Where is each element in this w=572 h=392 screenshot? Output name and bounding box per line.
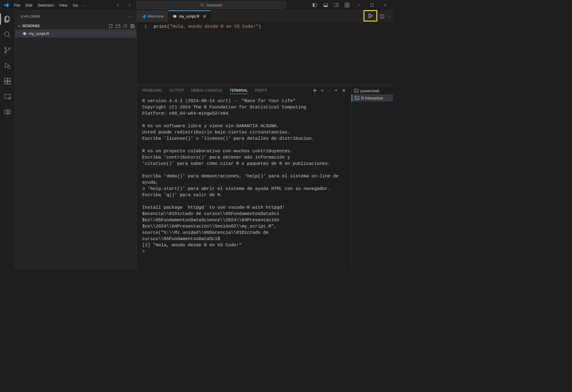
- refresh-icon[interactable]: [123, 24, 128, 28]
- panel-tab-terminal[interactable]: TERMINAL: [230, 87, 248, 94]
- window-minimize[interactable]: [354, 1, 364, 9]
- svg-rect-29: [131, 24, 134, 27]
- layout-sidebar-left-icon[interactable]: [311, 1, 319, 9]
- menu-selection[interactable]: Selection: [35, 2, 56, 9]
- window-maximize[interactable]: [367, 1, 378, 9]
- terminal-item-label: R Interactive: [361, 96, 383, 100]
- play-icon: [368, 13, 373, 19]
- terminal-dropdown-icon[interactable]: [321, 89, 324, 92]
- play-bug-icon: [4, 62, 11, 70]
- svg-rect-10: [345, 5, 347, 7]
- panel: PROBLEMS OUTPUT DEBUG CONSOLE TERMINAL P…: [137, 85, 393, 269]
- folder-header[interactable]: SESIÓN02: [15, 22, 137, 30]
- svg-point-0: [201, 4, 203, 6]
- editor-tabs: Welcome my_script.R ···: [137, 10, 393, 22]
- customize-layout-icon[interactable]: [343, 1, 351, 9]
- window-close[interactable]: [380, 1, 391, 9]
- svg-rect-5: [324, 5, 328, 7]
- svg-rect-22: [4, 78, 7, 81]
- activity-run-debug[interactable]: [0, 59, 15, 73]
- terminal-icon: [354, 88, 359, 93]
- svg-rect-25: [8, 78, 10, 81]
- svg-rect-9: [347, 3, 349, 5]
- explorer-sidebar: EXPLORER ··· SESIÓN02 my_script.R: [15, 10, 137, 269]
- layout-panel-icon[interactable]: [321, 1, 330, 9]
- new-terminal-icon[interactable]: [312, 88, 317, 93]
- new-folder-icon[interactable]: [116, 24, 120, 28]
- activity-search[interactable]: [0, 28, 15, 41]
- file-item-my-script[interactable]: my_script.R: [15, 30, 137, 38]
- svg-rect-26: [4, 94, 10, 98]
- menu-file[interactable]: File: [11, 2, 23, 9]
- split-editor-icon[interactable]: [380, 14, 384, 19]
- r-file-icon: [22, 31, 27, 36]
- panel-more-icon[interactable]: ···: [327, 88, 330, 93]
- svg-point-28: [4, 110, 11, 114]
- menu-view[interactable]: View: [56, 2, 70, 9]
- new-file-icon[interactable]: [108, 24, 113, 28]
- menu-more[interactable]: ···: [81, 2, 89, 9]
- command-center-text: Sesión02: [206, 3, 222, 7]
- chevron-down-icon: [17, 24, 21, 28]
- search-icon: [4, 31, 11, 39]
- search-icon: [200, 3, 204, 7]
- run-button-highlighted[interactable]: [364, 10, 377, 21]
- explorer-title: EXPLORER: [21, 15, 40, 18]
- svg-rect-23: [4, 82, 7, 84]
- panel-tabs: PROBLEMS OUTPUT DEBUG CONSOLE TERMINAL P…: [137, 85, 351, 96]
- close-icon[interactable]: [203, 14, 207, 19]
- svg-line-1: [203, 6, 204, 7]
- remote-icon: [4, 93, 11, 101]
- editor-more-icon[interactable]: ···: [387, 14, 390, 19]
- files-icon: [4, 15, 11, 23]
- code-line: print("Hola, mundo desde R en VS Code!"): [154, 22, 261, 85]
- activity-source-control[interactable]: [0, 43, 15, 57]
- panel-tab-output[interactable]: OUTPUT: [169, 87, 184, 94]
- nav-back-icon[interactable]: [114, 1, 122, 9]
- r-file-icon: [172, 14, 177, 19]
- svg-rect-6: [335, 4, 338, 7]
- editor-group: Welcome my_script.R ··· 1: [137, 10, 393, 269]
- activity-bar: [0, 10, 15, 269]
- svg-rect-30: [131, 25, 134, 28]
- svg-line-17: [8, 36, 10, 38]
- panel-tab-problems[interactable]: PROBLEMS: [142, 87, 162, 94]
- tab-welcome[interactable]: Welcome: [137, 10, 168, 22]
- activity-extensions[interactable]: [0, 74, 15, 88]
- panel-close-icon[interactable]: [342, 88, 346, 93]
- tab-welcome-label: Welcome: [148, 14, 164, 19]
- vscode-logo-icon: [2, 2, 11, 8]
- explorer-more-icon[interactable]: ···: [128, 15, 132, 18]
- svg-rect-42: [355, 96, 359, 100]
- activity-remote[interactable]: [0, 90, 15, 104]
- terminal-item-label: powershell: [361, 89, 379, 93]
- folder-name: SESIÓN02: [22, 24, 40, 28]
- svg-rect-3: [313, 4, 315, 7]
- panel-tab-ports[interactable]: PORTS: [255, 87, 267, 94]
- command-center[interactable]: Sesión02: [137, 1, 286, 9]
- vscode-small-icon: [141, 14, 146, 19]
- panel-maximize-icon[interactable]: [334, 88, 338, 93]
- svg-point-18: [4, 47, 6, 49]
- branch-icon: [4, 46, 11, 54]
- activity-r[interactable]: [0, 105, 15, 119]
- code-editor[interactable]: 1 print("Hola, mundo desde R en VS Code!…: [137, 22, 393, 85]
- tab-my-script[interactable]: my_script.R: [168, 10, 211, 22]
- activity-explorer[interactable]: [0, 12, 15, 26]
- terminal-item-powershell[interactable]: powershell: [352, 87, 393, 94]
- layout-sidebar-right-icon[interactable]: [332, 1, 341, 9]
- collapse-all-icon[interactable]: [130, 24, 135, 28]
- svg-rect-13: [371, 4, 374, 7]
- extensions-icon: [4, 77, 11, 85]
- menu-go[interactable]: Go: [70, 2, 81, 9]
- menu-edit[interactable]: Edit: [23, 2, 35, 9]
- terminal-output[interactable]: R version 4.4.1 (2024-06-14 ucrt) -- "Ra…: [137, 96, 351, 269]
- svg-rect-7: [337, 4, 338, 7]
- gutter: 1: [137, 22, 154, 85]
- svg-point-21: [8, 66, 10, 69]
- svg-rect-11: [347, 5, 349, 7]
- terminal-item-r-interactive[interactable]: R Interactive: [352, 94, 393, 102]
- svg-point-16: [4, 32, 9, 36]
- panel-tab-debug-console[interactable]: DEBUG CONSOLE: [191, 87, 223, 94]
- nav-forward-icon[interactable]: [125, 1, 134, 9]
